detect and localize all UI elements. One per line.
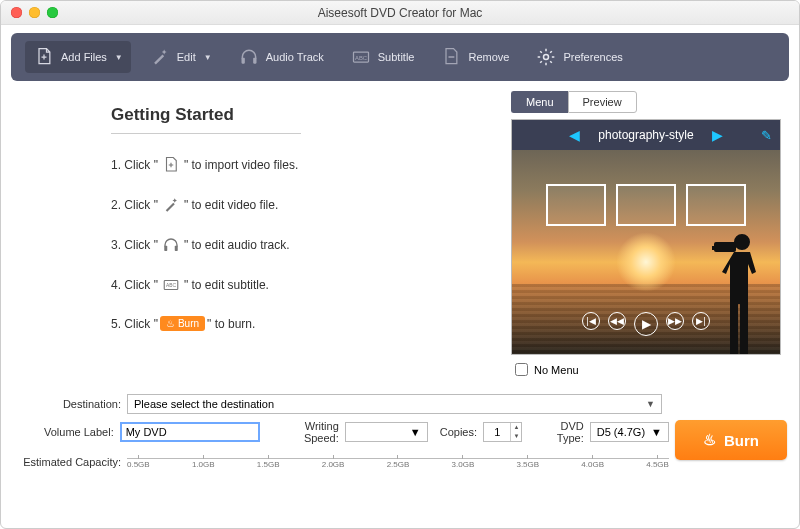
step-1: 1. Click " " to import video files. [111,156,481,174]
burn-settings-panel: Destination: Please select the destinati… [1,394,799,472]
maximize-window-icon[interactable] [47,7,58,18]
gear-icon [535,47,557,67]
remove-label: Remove [468,51,509,63]
getting-started-panel: Getting Started 1. Click " " to import v… [11,87,493,378]
template-name: photography-style [598,128,693,142]
menu-preview-image: |◀ ◀◀ ▶ ▶▶ ▶| [512,150,780,354]
writing-speed-select[interactable]: ▼ [345,422,428,442]
capacity-scale: 0.5GB 1.0GB 1.5GB 2.0GB 2.5GB 3.0GB 3.5G… [127,458,669,472]
next-chapter-button[interactable]: ▶| [692,312,710,330]
window-controls [11,7,58,18]
getting-started-heading: Getting Started [111,105,481,125]
playback-controls: |◀ ◀◀ ▶ ▶▶ ▶| [582,312,710,336]
step-2: 2. Click " " to edit video file. [111,196,481,214]
copies-value: 1 [484,426,510,438]
minimize-window-icon[interactable] [29,7,40,18]
preferences-label: Preferences [563,51,622,63]
headphones-icon [238,47,260,67]
menu-template-header: ◀ photography-style ▶ ✎ [512,120,780,150]
step-down-icon[interactable]: ▼ [511,432,521,441]
window-title: Aiseesoft DVD Creator for Mac [11,6,789,20]
svg-rect-5 [164,246,167,251]
magic-wand-icon [160,196,182,214]
subtitle-icon: ABC [350,47,372,67]
edit-button[interactable]: Edit ▼ [141,41,220,73]
dropdown-icon: ▼ [115,53,123,62]
menu-thumbnail-frame [686,184,746,226]
svg-rect-10 [712,246,718,250]
chevron-down-icon: ▼ [651,426,662,438]
edit-label: Edit [177,51,196,63]
menu-thumbnail-frame [616,184,676,226]
preferences-button[interactable]: Preferences [527,41,630,73]
step-3: 3. Click " " to edit audio track. [111,236,481,254]
preview-tabs: Menu Preview [511,91,789,113]
destination-value: Please select the destination [134,398,274,410]
destination-select[interactable]: Please select the destination ▼ [127,394,662,414]
tab-preview[interactable]: Preview [568,91,637,113]
no-menu-label: No Menu [534,364,579,376]
dvd-type-label: DVD Type: [528,420,583,444]
destination-label: Destination: [13,398,121,410]
audio-track-button[interactable]: Audio Track [230,41,332,73]
add-files-button[interactable]: Add Files ▼ [25,41,131,73]
next-template-arrow[interactable]: ▶ [712,127,723,143]
dvd-type-value: D5 (4.7G) [597,426,645,438]
add-files-icon [160,156,182,174]
remove-button[interactable]: Remove [432,41,517,73]
no-menu-checkbox[interactable] [515,363,528,376]
photographer-silhouette [710,224,774,354]
subtitle-button[interactable]: ABC Subtitle [342,41,423,73]
add-files-label: Add Files [61,51,107,63]
rewind-button[interactable]: ◀◀ [608,312,626,330]
play-button[interactable]: ▶ [634,312,658,336]
svg-point-4 [544,55,549,60]
divider [111,133,301,134]
volume-label-input[interactable] [120,422,260,442]
dropdown-icon: ▼ [204,53,212,62]
no-menu-checkbox-row[interactable]: No Menu [511,355,789,378]
svg-text:ABC: ABC [166,283,176,288]
chevron-down-icon: ▼ [646,399,655,409]
svg-text:ABC: ABC [355,55,367,61]
add-files-icon [33,47,55,67]
volume-label-label: Volume Label: [13,426,114,438]
audio-track-label: Audio Track [266,51,324,63]
writing-speed-label: Writing Speed: [266,420,339,444]
burn-button-label: Burn [724,432,759,449]
tab-menu[interactable]: Menu [511,91,568,113]
step-up-icon[interactable]: ▲ [511,423,521,432]
title-bar: Aiseesoft DVD Creator for Mac [1,1,799,25]
main-toolbar: Add Files ▼ Edit ▼ Audio Track ABC Subti… [11,33,789,81]
estimated-capacity-label: Estimated Capacity: [13,456,121,468]
edit-template-icon[interactable]: ✎ [761,128,772,143]
burn-button[interactable]: ♨ Burn [675,420,787,460]
chevron-down-icon: ▼ [410,426,421,438]
menu-preview-panel: ◀ photography-style ▶ ✎ |◀ ◀◀ [511,119,781,355]
svg-rect-1 [253,58,256,64]
menu-thumbnail-frame [546,184,606,226]
magic-wand-icon [149,47,171,67]
remove-icon [440,47,462,67]
prev-chapter-button[interactable]: |◀ [582,312,600,330]
copies-stepper[interactable]: 1 ▲▼ [483,422,522,442]
svg-rect-6 [175,246,178,251]
subtitle-icon: ABC [160,276,182,294]
burn-mini-badge: ♨ Burn [160,316,205,331]
flame-icon: ♨ [166,318,175,329]
flame-icon: ♨ [703,431,716,449]
svg-rect-0 [241,58,244,64]
close-window-icon[interactable] [11,7,22,18]
step-4: 4. Click " ABC " to edit subtitle. [111,276,481,294]
forward-button[interactable]: ▶▶ [666,312,684,330]
step-5: 5. Click " ♨ Burn " to burn. [111,316,481,331]
subtitle-label: Subtitle [378,51,415,63]
copies-label: Copies: [434,426,477,438]
headphones-icon [160,236,182,254]
prev-template-arrow[interactable]: ◀ [569,127,580,143]
dvd-type-select[interactable]: D5 (4.7G) ▼ [590,422,669,442]
